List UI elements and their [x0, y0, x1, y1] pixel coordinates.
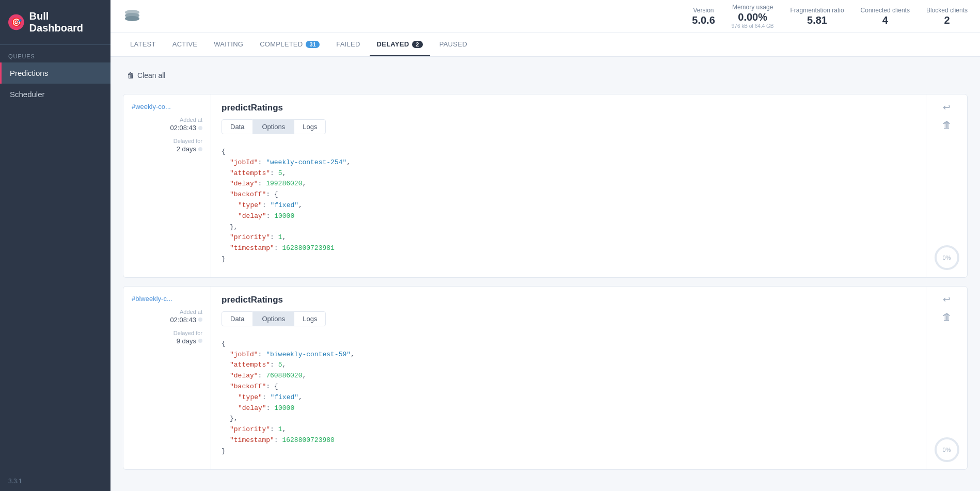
job-subtabs-1: Data Options Logs: [222, 311, 915, 326]
progress-text-0: 0%: [943, 255, 951, 261]
fragmentation-stat: Fragmentation ratio 5.81: [791, 7, 844, 26]
job-subtab-logs-1[interactable]: Logs: [294, 311, 326, 326]
job-subtab-data-0[interactable]: Data: [222, 119, 253, 134]
job-delete-button-1[interactable]: 🗑: [938, 310, 956, 324]
job-card-1: #biweekly-c... Added at 02:08:43 Delayed…: [123, 286, 968, 470]
tab-delayed[interactable]: DELAYED 2: [370, 33, 430, 56]
tab-active-label: ACTIVE: [172, 40, 198, 48]
job-main-0: predictRatings Data Options Logs { "jobI…: [211, 94, 926, 277]
tab-completed-badge: 31: [306, 41, 320, 48]
job-name-1: predictRatings: [222, 295, 915, 305]
sidebar-item-predictions[interactable]: Predictions: [0, 62, 110, 84]
job-card-0: #weekly-co... Added at 02:08:43 Delayed …: [123, 94, 968, 278]
job-added-at-value-1: 02:08:43: [132, 316, 202, 324]
job-id-0: #weekly-co...: [132, 103, 202, 110]
connected-label: Connected clients: [861, 7, 910, 14]
job-subtab-data-1[interactable]: Data: [222, 311, 253, 326]
job-progress-0: 0%: [934, 244, 960, 271]
clean-all-label: Clean all: [137, 71, 165, 80]
job-delayed-value-1: 9 days: [132, 337, 202, 345]
memory-label: Memory usage: [732, 4, 773, 11]
fragmentation-value: 5.81: [807, 14, 827, 26]
sidebar-item-label-predictions: Predictions: [10, 69, 48, 77]
sidebar-logo: 🎯 Bull Dashboard: [0, 0, 110, 45]
job-delayed-label-1: Delayed for: [132, 330, 202, 336]
svg-point-4: [125, 16, 139, 21]
job-code-0: { "jobId": "weekly-contest-254", "attemp…: [222, 142, 915, 269]
svg-text:🎯: 🎯: [11, 17, 22, 28]
tab-paused[interactable]: PAUSED: [432, 33, 475, 56]
redis-icon-area: [123, 7, 146, 26]
header: Version 5.0.6 Memory usage 0.00% 976 kB …: [110, 0, 980, 33]
version-label: Version: [693, 7, 714, 14]
job-subtab-options-1[interactable]: Options: [253, 311, 294, 326]
delayed-dot-1: [198, 339, 202, 343]
tab-failed-label: FAILED: [336, 40, 360, 48]
main-area: Version 5.0.6 Memory usage 0.00% 976 kB …: [110, 0, 980, 491]
tab-paused-label: PAUSED: [439, 40, 467, 48]
tab-waiting-label: WAITING: [214, 40, 243, 48]
job-retry-button-0[interactable]: ↩: [939, 101, 955, 114]
job-left-1: #biweekly-c... Added at 02:08:43 Delayed…: [123, 287, 211, 469]
tab-delayed-label: DELAYED: [377, 40, 409, 48]
job-name-0: predictRatings: [222, 103, 915, 113]
trash-icon: 🗑: [127, 71, 134, 80]
clean-all-button[interactable]: 🗑 Clean all: [123, 69, 169, 82]
sidebar-item-scheduler[interactable]: Scheduler: [0, 84, 110, 105]
version-stat: Version 5.0.6: [692, 7, 715, 26]
job-delayed-for-group-1: Delayed for 9 days: [132, 330, 202, 345]
delayed-dot-0: [198, 147, 202, 151]
sidebar: 🎯 Bull Dashboard QUEUES Predictions Sche…: [0, 0, 110, 491]
job-progress-1: 0%: [934, 436, 960, 463]
sidebar-item-label-scheduler: Scheduler: [10, 90, 45, 99]
job-retry-button-1[interactable]: ↩: [939, 293, 955, 306]
tab-latest-label: LATEST: [130, 40, 156, 48]
job-id-1: #biweekly-c...: [132, 295, 202, 303]
tab-delayed-badge: 2: [412, 41, 422, 48]
job-delete-button-0[interactable]: 🗑: [938, 118, 956, 132]
app-title: Bull Dashboard: [29, 10, 102, 34]
content-area: 🗑 Clean all #weekly-co... Added at 02:08…: [110, 57, 980, 491]
job-code-1: { "jobId": "biweekly-contest-59", "attem…: [222, 335, 915, 461]
tabs-bar: LATEST ACTIVE WAITING COMPLETED 31 FAILE…: [110, 33, 980, 57]
blocked-clients-stat: Blocked clients 2: [926, 7, 968, 26]
tab-completed-label: COMPLETED: [260, 40, 303, 48]
memory-sub: 976 kB of 64.4 GB: [732, 23, 774, 29]
status-dot-1: [198, 318, 202, 322]
tab-latest[interactable]: LATEST: [123, 33, 163, 56]
job-right-0: ↩ 🗑 0%: [926, 94, 967, 277]
tab-completed[interactable]: COMPLETED 31: [252, 33, 327, 56]
job-added-at-value-0: 02:08:43: [132, 124, 202, 132]
job-added-at-group-1: Added at 02:08:43: [132, 309, 202, 324]
job-delayed-for-group-0: Delayed for 2 days: [132, 138, 202, 153]
tab-waiting[interactable]: WAITING: [207, 33, 250, 56]
job-added-at-group-0: Added at 02:08:43: [132, 117, 202, 132]
tab-failed[interactable]: FAILED: [329, 33, 367, 56]
job-subtabs-0: Data Options Logs: [222, 119, 915, 134]
job-added-at-label-1: Added at: [132, 309, 202, 315]
status-dot-0: [198, 126, 202, 130]
job-delayed-value-0: 2 days: [132, 145, 202, 153]
bull-logo-icon: 🎯: [8, 14, 24, 30]
version-value: 5.0.6: [692, 14, 715, 26]
memory-stat: Memory usage 0.00% 976 kB of 64.4 GB: [732, 4, 774, 29]
job-left-0: #weekly-co... Added at 02:08:43 Delayed …: [123, 94, 211, 277]
memory-value: 0.00%: [738, 11, 767, 23]
job-added-at-label-0: Added at: [132, 117, 202, 123]
sidebar-version: 3.3.1: [0, 471, 110, 491]
queues-section-label: QUEUES: [0, 45, 110, 62]
blocked-value: 2: [944, 14, 950, 26]
blocked-label: Blocked clients: [926, 7, 968, 14]
job-subtab-options-0[interactable]: Options: [253, 119, 294, 134]
connected-value: 4: [882, 14, 888, 26]
job-delayed-label-0: Delayed for: [132, 138, 202, 144]
job-right-1: ↩ 🗑 0%: [926, 287, 967, 469]
action-bar: 🗑 Clean all: [123, 65, 968, 86]
fragmentation-label: Fragmentation ratio: [791, 7, 844, 14]
job-subtab-logs-0[interactable]: Logs: [294, 119, 326, 134]
tab-active[interactable]: ACTIVE: [165, 33, 205, 56]
redis-icon: [123, 7, 141, 26]
connected-clients-stat: Connected clients 4: [861, 7, 910, 26]
progress-text-1: 0%: [943, 447, 951, 453]
job-main-1: predictRatings Data Options Logs { "jobI…: [211, 287, 926, 469]
